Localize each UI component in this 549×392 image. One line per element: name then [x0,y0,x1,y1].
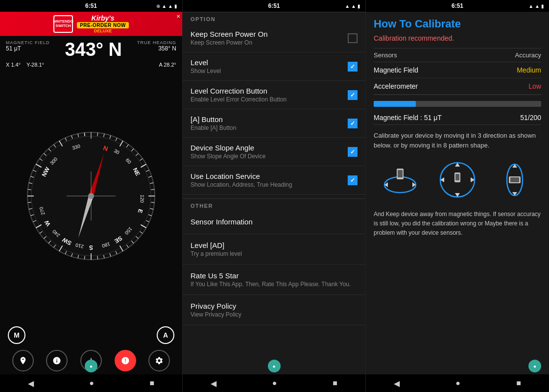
setting-location-service-checkbox[interactable] [348,175,358,185]
setting-level-checkbox[interactable] [348,62,358,72]
true-heading-label: TRUE HEADING [137,40,176,45]
wifi-icon-3: ▲ [528,3,533,9]
svg-rect-94 [455,174,459,180]
magnetic-reading-row: Magnetic Field : 51 μT 51/200 [374,111,541,125]
recent-nav-2[interactable]: ■ [333,379,337,388]
magnetic-reading-value: 51/200 [520,114,541,122]
setting-location-service-desc: Show Location, Address, True Heading [191,181,348,188]
alert-button[interactable] [115,350,136,371]
calib-diagram-3 [493,158,537,202]
calibration-title: How To Calibrate [374,18,541,30]
ad-tag: DELUXE [94,28,112,33]
home-nav-2[interactable]: ● [272,379,277,388]
y-value: Y-28.1° [26,62,44,68]
sensor-info-title: Sensor Information [191,218,358,226]
rate-us-desc: If You Like This App. Then, Rate This Ap… [191,281,358,288]
setting-slope-angle-text: Device Slope Angle Show Slope Angle Of D… [191,144,348,160]
settings-button[interactable] [148,350,170,371]
setting-level-correction[interactable]: Level Correction Button Enable Level Err… [183,81,365,109]
setting-level[interactable]: Level Show Level [183,52,365,81]
floating-green-button-3[interactable]: ● [528,360,541,372]
setting-keep-screen-desc: Keep Screen Power On [191,39,348,46]
setting-location-service[interactable]: Use Location Service Show Location, Addr… [183,166,365,195]
other-sensor-info[interactable]: Sensor Information [183,211,365,234]
setting-level-correction-text: Level Correction Button Enable Level Err… [191,87,348,103]
setting-a-button-checkbox[interactable] [348,119,358,128]
floating-green-button-2[interactable]: ● [268,360,281,372]
setting-level-text: Level Show Level [191,58,348,74]
section-other-header: OTHER [183,198,365,211]
level-ad-desc: Try a premium level [191,250,358,257]
setting-level-correction-checkbox[interactable] [348,90,358,100]
setting-keep-screen-text: Keep Screen Power On Keep Screen Power O… [191,30,348,46]
back-nav-2[interactable]: ◀ [211,379,216,388]
calibration-progress-bar [374,101,541,107]
setting-keep-screen[interactable]: Keep Screen Power On Keep Screen Power O… [183,24,365,52]
nav-bar-1: ◀ ● ■ [0,374,182,392]
main-heading: 343° N [50,40,137,59]
calibration-progress-fill [374,101,416,107]
setting-keep-screen-checkbox[interactable] [348,33,358,43]
svg-rect-89 [398,170,403,177]
other-privacy-policy[interactable]: Privacy Policy View Privacy Policy [183,295,365,325]
ad-logo: NINTENDOSWITCH [53,15,73,33]
location-button[interactable] [12,350,34,371]
status-bar-3: 6:51 ▲ ▲ ▮ [366,0,549,12]
svg-text:120: 120 [139,195,145,203]
battery-icon-3: ▮ [541,3,544,9]
ad-content[interactable]: NINTENDOSWITCH Kirby's PRE-ORDER NOW DEL… [0,12,182,36]
other-rate-us[interactable]: Rate Us 5 Star If You Like This App. The… [183,265,365,295]
recent-nav-1[interactable]: ■ [150,379,155,388]
battery-icon: ▮ [174,3,177,9]
calib-diagram-2 [435,158,479,202]
other-level-ad[interactable]: Level [AD] Try a premium level [183,234,365,265]
setting-location-service-text: Use Location Service Show Location, Addr… [191,172,348,188]
recent-nav-3[interactable]: ■ [516,379,521,388]
magnetic-reading-label: Magnetic Field : 51 μT [374,114,442,122]
calibration-panel: 6:51 ▲ ▲ ▮ How To Calibrate Calibration … [366,0,549,392]
ad-title: Kirby's [92,14,115,22]
setting-slope-angle[interactable]: Device Slope Angle Show Slope Angle Of D… [183,138,365,166]
home-nav-3[interactable]: ● [455,379,460,388]
nav-bar-3: ◀ ● ■ [366,374,549,392]
setting-slope-angle-checkbox[interactable] [348,147,358,157]
sensor-accelerometer-name: Accelerometer [374,82,418,90]
compass-dial-svg: N 330 300 NW 270 W 240 SW 210 S 180 SE 1… [25,130,157,262]
signal-icon: ▲ [168,3,173,9]
battery-icon-2: ▮ [358,3,360,9]
setting-a-button-text: [A] Button Enable [A] Button [191,115,348,131]
compass-info: MAGNETIC FIELD 51 μT 343° N TRUE HEADING… [0,36,182,61]
calibration-warning: And Keep device away from magnetic thing… [374,210,541,238]
bottom-buttons: M A [0,323,182,347]
setting-slope-angle-desc: Show Slope Angle Of Device [191,153,348,160]
sensors-table: Sensors Accuracy Magnetic Field Medium A… [374,48,541,95]
accuracy-col-header: Accuracy [515,51,541,59]
location-icon: ⊕ [156,3,160,9]
status-bar-1: 6:51 ⊕ ▲ ▲ ▮ [0,0,182,12]
home-nav-1[interactable]: ● [89,379,94,388]
nav-bar-2: ◀ ● ■ [183,374,365,392]
a-value: A 28.2° [159,62,176,68]
svg-point-85 [88,193,94,199]
back-nav-3[interactable]: ◀ [394,379,400,388]
setting-slope-angle-title: Device Slope Angle [191,144,348,152]
a-button[interactable]: A [157,326,174,344]
section-option-header: OPTION [183,12,365,24]
status-icons-2: ▲ ▲ ▮ [345,3,360,9]
floating-green-button[interactable]: ● [85,360,97,372]
svg-rect-101 [510,177,519,182]
status-time-3: 6:51 [452,2,463,9]
sensor-magnetic-accuracy: Medium [517,66,541,74]
sensor-accelerometer-accuracy: Low [528,82,541,90]
setting-a-button-desc: Enable [A] Button [191,124,348,131]
sensor-magnetic-name: Magnetic Field [374,66,418,74]
ad-text-area: Kirby's PRE-ORDER NOW DELUXE [77,14,129,33]
status-icons-3: ▲ ▲ ▮ [528,3,544,9]
ad-banner[interactable]: NINTENDOSWITCH Kirby's PRE-ORDER NOW DEL… [0,12,182,36]
ad-close-button[interactable]: ✕ [176,14,180,19]
back-nav-1[interactable]: ◀ [28,379,34,388]
setting-a-button[interactable]: [A] Button Enable [A] Button [183,109,365,138]
privacy-policy-desc: View Privacy Policy [191,311,358,318]
m-button[interactable]: M [8,326,25,344]
info-button[interactable] [46,350,68,371]
